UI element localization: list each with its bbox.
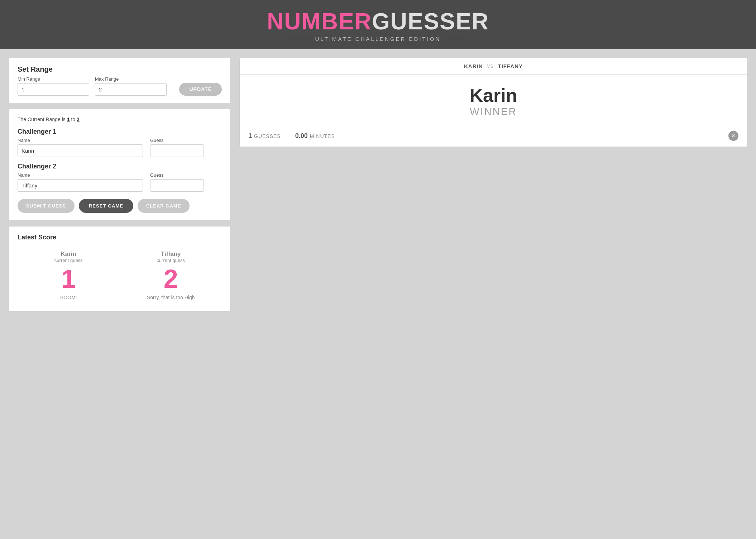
- score-player1-message: BOOM!: [18, 295, 120, 300]
- left-panel: Set Range Min Range Max Range UPDATE The…: [9, 58, 231, 311]
- challenger1-name-input[interactable]: [18, 144, 143, 157]
- set-range-title: Set Range: [18, 65, 222, 73]
- challenger2-guess-input[interactable]: [150, 179, 204, 192]
- score-player2-number: 2: [120, 266, 222, 292]
- result-player1-name: KARIN: [464, 63, 483, 69]
- reset-game-button[interactable]: RESET GAME: [79, 199, 133, 213]
- result-guesses-label: GUESSES: [254, 133, 281, 139]
- subtitle-text: ULTIMATE CHALLENGER EDITION: [315, 36, 441, 42]
- challenger1-fields: Name Guess: [18, 138, 222, 157]
- title-guesser: GUESSER: [372, 9, 489, 34]
- score-player2-label: current guess: [120, 258, 222, 263]
- score-player1-label: current guess: [18, 258, 120, 263]
- current-range-to: to: [70, 116, 77, 122]
- range-row: Min Range Max Range UPDATE: [18, 76, 222, 96]
- current-range-text: The Current Range is 1 to 2: [18, 116, 222, 122]
- clear-game-button[interactable]: CLEAR GAME: [138, 199, 190, 213]
- score-col-player1: Karin current guess 1 BOOM!: [18, 247, 120, 304]
- max-range-label: Max Range: [95, 76, 167, 82]
- result-close-button[interactable]: ✕: [728, 131, 738, 141]
- challenger2-name-input[interactable]: [18, 179, 143, 192]
- challenger1-title: Challenger 1: [18, 128, 222, 135]
- challenger1-guess-input[interactable]: [150, 144, 204, 157]
- header: NUMBERGUESSER ULTIMATE CHALLENGER EDITIO…: [0, 0, 756, 49]
- challenger1-guess-group: Guess: [150, 138, 204, 157]
- update-button[interactable]: UPDATE: [179, 83, 222, 96]
- max-range-group: Max Range: [95, 76, 167, 96]
- result-stat-guesses: 1 GUESSES: [248, 132, 281, 140]
- challenger2-guess-label: Guess: [150, 172, 204, 178]
- score-player1-name: Karin: [18, 251, 120, 258]
- result-winner-section: Karin WINNER: [240, 75, 747, 125]
- result-player2-name: TIFFANY: [498, 63, 523, 69]
- title-number: NUMBER: [267, 9, 372, 34]
- close-icon: ✕: [731, 133, 736, 139]
- challenger2-fields: Name Guess: [18, 172, 222, 192]
- app-subtitle: ULTIMATE CHALLENGER EDITION: [7, 36, 749, 42]
- result-minutes-num: 0.00: [295, 132, 308, 140]
- score-player1-number: 1: [18, 266, 120, 292]
- result-minutes-label: MINUTES: [310, 133, 335, 139]
- result-guesses-num: 1: [248, 132, 252, 140]
- challenger2-section: Challenger 2 Name Guess: [18, 163, 222, 192]
- app-title: NUMBERGUESSER: [7, 10, 749, 33]
- right-panel: KARIN VS TIFFANY Karin WINNER 1 GUESSES …: [231, 58, 747, 147]
- result-winner-label: WINNER: [248, 106, 738, 118]
- result-card: KARIN VS TIFFANY Karin WINNER 1 GUESSES …: [239, 58, 747, 147]
- score-player2-name: Tiffany: [120, 251, 222, 258]
- challenger2-name-group: Name: [18, 172, 143, 192]
- score-col-player2: Tiffany current guess 2 Sorry, that is t…: [120, 247, 222, 304]
- result-header: KARIN VS TIFFANY: [240, 58, 747, 75]
- max-range-input[interactable]: [95, 83, 167, 96]
- challenger2-name-label: Name: [18, 172, 143, 178]
- button-row: SUBMIT GUESS RESET GAME CLEAR GAME: [18, 199, 222, 213]
- submit-guess-button[interactable]: SUBMIT GUESS: [18, 199, 75, 213]
- result-stats: 1 GUESSES 0.00 MINUTES ✕: [240, 125, 747, 147]
- set-range-card: Set Range Min Range Max Range UPDATE: [9, 58, 231, 103]
- min-range-group: Min Range: [18, 76, 89, 96]
- result-vs-text: VS: [487, 64, 493, 69]
- subtitle-line-right: [444, 39, 466, 39]
- score-columns: Karin current guess 1 BOOM! Tiffany curr…: [18, 247, 222, 304]
- score-player2-message: Sorry, that is too High: [120, 295, 222, 300]
- result-winner-name: Karin: [248, 86, 738, 105]
- subtitle-line-left: [290, 39, 312, 39]
- min-range-label: Min Range: [18, 76, 89, 82]
- challenger1-name-group: Name: [18, 138, 143, 157]
- challenger1-guess-label: Guess: [150, 138, 204, 143]
- latest-score-title: Latest Score: [18, 234, 222, 241]
- challenger2-guess-group: Guess: [150, 172, 204, 192]
- current-range-min: 1: [67, 116, 70, 122]
- challenger2-title: Challenger 2: [18, 163, 222, 170]
- current-range-prefix: The Current Range is: [18, 116, 67, 122]
- challenger-card: The Current Range is 1 to 2 Challenger 1…: [9, 109, 231, 220]
- latest-score-card: Latest Score Karin current guess 1 BOOM!…: [9, 226, 231, 311]
- main-layout: Set Range Min Range Max Range UPDATE The…: [0, 49, 756, 320]
- challenger1-section: Challenger 1 Name Guess: [18, 128, 222, 157]
- result-stat-minutes: 0.00 MINUTES: [295, 132, 335, 140]
- current-range-max: 2: [77, 116, 80, 122]
- min-range-input[interactable]: [18, 83, 89, 96]
- challenger1-name-label: Name: [18, 138, 143, 143]
